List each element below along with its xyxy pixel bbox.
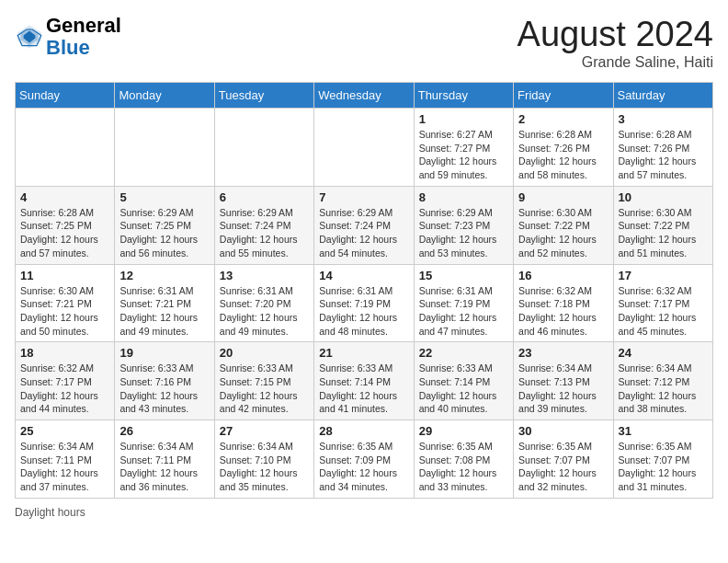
day-info: Sunrise: 6:35 AMSunset: 7:09 PMDaylight:… (319, 440, 408, 494)
calendar-day-header: Sunday (16, 83, 115, 109)
calendar-day-cell: 6Sunrise: 6:29 AMSunset: 7:24 PMDaylight… (214, 186, 313, 264)
calendar-day-cell: 17Sunrise: 6:32 AMSunset: 7:17 PMDayligh… (613, 264, 712, 342)
calendar-day-cell (314, 109, 414, 187)
calendar-day-cell: 10Sunrise: 6:30 AMSunset: 7:22 PMDayligh… (613, 186, 712, 264)
day-info: Sunrise: 6:34 AMSunset: 7:11 PMDaylight:… (20, 440, 109, 494)
day-number: 12 (119, 269, 209, 282)
calendar-week-row: 4Sunrise: 6:28 AMSunset: 7:25 PMDaylight… (16, 186, 713, 264)
day-info: Sunrise: 6:30 AMSunset: 7:21 PMDaylight:… (20, 284, 109, 339)
day-number: 30 (518, 424, 608, 438)
day-info: Sunrise: 6:34 AMSunset: 7:11 PMDaylight:… (119, 440, 209, 494)
calendar-week-row: 11Sunrise: 6:30 AMSunset: 7:21 PMDayligh… (16, 264, 713, 342)
calendar-day-cell: 7Sunrise: 6:29 AMSunset: 7:24 PMDaylight… (314, 186, 414, 264)
calendar-week-row: 18Sunrise: 6:32 AMSunset: 7:17 PMDayligh… (16, 342, 713, 420)
day-info: Sunrise: 6:32 AMSunset: 7:17 PMDaylight:… (619, 284, 708, 339)
day-info: Sunrise: 6:35 AMSunset: 7:07 PMDaylight:… (518, 440, 608, 494)
calendar-day-cell: 8Sunrise: 6:29 AMSunset: 7:23 PMDaylight… (414, 186, 513, 264)
calendar-day-cell: 2Sunrise: 6:28 AMSunset: 7:26 PMDaylight… (514, 109, 613, 187)
day-number: 8 (419, 190, 508, 204)
logo-blue: Blue (46, 36, 90, 59)
day-number: 22 (419, 346, 508, 360)
day-number: 1 (419, 112, 508, 126)
day-number: 28 (319, 424, 408, 438)
day-info: Sunrise: 6:29 AMSunset: 7:24 PMDaylight:… (319, 206, 408, 260)
calendar-day-cell: 27Sunrise: 6:34 AMSunset: 7:10 PMDayligh… (214, 420, 313, 499)
calendar-day-cell: 28Sunrise: 6:35 AMSunset: 7:09 PMDayligh… (314, 420, 414, 499)
calendar-day-cell: 21Sunrise: 6:33 AMSunset: 7:14 PMDayligh… (314, 342, 414, 420)
calendar-week-row: 25Sunrise: 6:34 AMSunset: 7:11 PMDayligh… (16, 420, 713, 499)
month-year: August 2024 (518, 15, 713, 54)
day-number: 23 (518, 346, 608, 360)
day-info: Sunrise: 6:27 AMSunset: 7:27 PMDaylight:… (419, 128, 508, 182)
location: Grande Saline, Haiti (518, 54, 713, 71)
day-number: 4 (20, 190, 109, 204)
day-info: Sunrise: 6:31 AMSunset: 7:20 PMDaylight:… (220, 284, 309, 339)
day-number: 26 (119, 424, 209, 438)
calendar-day-cell: 26Sunrise: 6:34 AMSunset: 7:11 PMDayligh… (115, 420, 214, 499)
calendar-day-cell (16, 109, 115, 187)
day-number: 24 (619, 346, 708, 360)
day-info: Sunrise: 6:34 AMSunset: 7:13 PMDaylight:… (518, 362, 608, 416)
calendar-day-cell: 15Sunrise: 6:31 AMSunset: 7:19 PMDayligh… (414, 264, 513, 342)
day-info: Sunrise: 6:31 AMSunset: 7:19 PMDaylight:… (319, 284, 408, 339)
day-info: Sunrise: 6:29 AMSunset: 7:25 PMDaylight:… (119, 206, 209, 260)
day-info: Sunrise: 6:31 AMSunset: 7:19 PMDaylight:… (419, 284, 508, 339)
day-number: 13 (220, 269, 309, 282)
day-info: Sunrise: 6:33 AMSunset: 7:14 PMDaylight:… (319, 362, 408, 416)
calendar-day-header: Thursday (414, 83, 513, 109)
day-info: Sunrise: 6:30 AMSunset: 7:22 PMDaylight:… (518, 206, 608, 260)
page-header: General Blue August 2024 Grande Saline, … (15, 15, 713, 71)
calendar-table: SundayMondayTuesdayWednesdayThursdayFrid… (15, 82, 713, 499)
calendar-header-row: SundayMondayTuesdayWednesdayThursdayFrid… (16, 83, 713, 109)
calendar-day-cell: 11Sunrise: 6:30 AMSunset: 7:21 PMDayligh… (16, 264, 115, 342)
day-info: Sunrise: 6:32 AMSunset: 7:17 PMDaylight:… (20, 362, 109, 416)
calendar-day-cell: 5Sunrise: 6:29 AMSunset: 7:25 PMDaylight… (115, 186, 214, 264)
calendar-day-cell: 24Sunrise: 6:34 AMSunset: 7:12 PMDayligh… (613, 342, 712, 420)
day-info: Sunrise: 6:29 AMSunset: 7:23 PMDaylight:… (419, 206, 508, 260)
calendar-day-cell: 22Sunrise: 6:33 AMSunset: 7:14 PMDayligh… (414, 342, 513, 420)
day-number: 25 (20, 424, 109, 438)
day-number: 7 (319, 190, 408, 204)
day-number: 16 (518, 269, 608, 282)
day-info: Sunrise: 6:28 AMSunset: 7:26 PMDaylight:… (518, 128, 608, 182)
logo-general: General (46, 14, 121, 37)
day-info: Sunrise: 6:34 AMSunset: 7:12 PMDaylight:… (619, 362, 708, 416)
day-number: 3 (619, 112, 708, 126)
calendar-day-cell: 1Sunrise: 6:27 AMSunset: 7:27 PMDaylight… (414, 109, 513, 187)
day-info: Sunrise: 6:32 AMSunset: 7:18 PMDaylight:… (518, 284, 608, 339)
calendar-day-cell: 20Sunrise: 6:33 AMSunset: 7:15 PMDayligh… (214, 342, 313, 420)
title-area: August 2024 Grande Saline, Haiti (518, 15, 713, 71)
calendar-day-cell: 4Sunrise: 6:28 AMSunset: 7:25 PMDaylight… (16, 186, 115, 264)
logo: General Blue (15, 15, 121, 59)
calendar-day-cell: 29Sunrise: 6:35 AMSunset: 7:08 PMDayligh… (414, 420, 513, 499)
calendar-day-header: Friday (514, 83, 613, 109)
calendar-day-cell: 12Sunrise: 6:31 AMSunset: 7:21 PMDayligh… (115, 264, 214, 342)
day-info: Sunrise: 6:33 AMSunset: 7:15 PMDaylight:… (220, 362, 309, 416)
daylight-label: Daylight hours (15, 506, 85, 519)
calendar-day-header: Saturday (613, 83, 712, 109)
day-info: Sunrise: 6:31 AMSunset: 7:21 PMDaylight:… (119, 284, 209, 339)
day-info: Sunrise: 6:33 AMSunset: 7:16 PMDaylight:… (119, 362, 209, 416)
calendar-day-cell: 16Sunrise: 6:32 AMSunset: 7:18 PMDayligh… (514, 264, 613, 342)
calendar-day-cell: 14Sunrise: 6:31 AMSunset: 7:19 PMDayligh… (314, 264, 414, 342)
day-number: 14 (319, 269, 408, 282)
calendar-day-header: Monday (115, 83, 214, 109)
day-number: 31 (619, 424, 708, 438)
day-info: Sunrise: 6:29 AMSunset: 7:24 PMDaylight:… (220, 206, 309, 260)
calendar-day-cell: 30Sunrise: 6:35 AMSunset: 7:07 PMDayligh… (514, 420, 613, 499)
day-number: 19 (119, 346, 209, 360)
day-number: 17 (619, 269, 708, 282)
footer: Daylight hours (15, 506, 713, 519)
logo-icon (15, 22, 44, 52)
day-info: Sunrise: 6:28 AMSunset: 7:26 PMDaylight:… (619, 128, 708, 182)
calendar-day-cell: 18Sunrise: 6:32 AMSunset: 7:17 PMDayligh… (16, 342, 115, 420)
day-number: 6 (220, 190, 309, 204)
day-number: 10 (619, 190, 708, 204)
day-info: Sunrise: 6:35 AMSunset: 7:08 PMDaylight:… (419, 440, 508, 494)
calendar-day-cell (214, 109, 313, 187)
day-info: Sunrise: 6:35 AMSunset: 7:07 PMDaylight:… (619, 440, 708, 494)
day-number: 2 (518, 112, 608, 126)
day-info: Sunrise: 6:28 AMSunset: 7:25 PMDaylight:… (20, 206, 109, 260)
calendar-day-cell: 13Sunrise: 6:31 AMSunset: 7:20 PMDayligh… (214, 264, 313, 342)
day-number: 5 (119, 190, 209, 204)
